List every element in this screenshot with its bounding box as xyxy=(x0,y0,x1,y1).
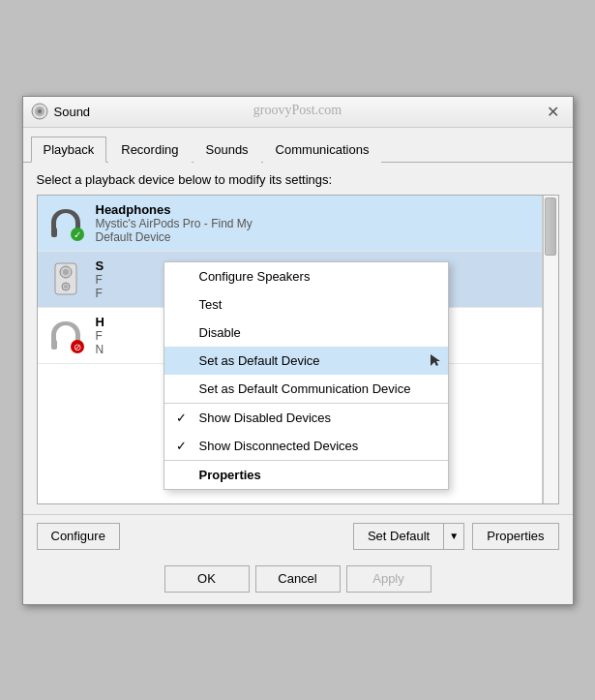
menu-test[interactable]: Test xyxy=(164,290,448,319)
sound-icon xyxy=(31,103,48,120)
bottom-buttons: Configure Set Default ▼ Properties xyxy=(23,514,573,558)
headphones-icon: ✓ xyxy=(45,202,86,243)
status-badge-red: ⊘ xyxy=(71,340,84,353)
menu-show-disabled[interactable]: ✓ Show Disabled Devices xyxy=(164,403,448,432)
close-button[interactable]: ✕ xyxy=(542,100,565,123)
speakers-icon xyxy=(45,259,86,299)
content-area: Select a playback device below to modify… xyxy=(23,163,573,514)
set-default-button[interactable]: Set Default xyxy=(353,523,443,550)
menu-properties[interactable]: Properties xyxy=(164,460,448,489)
menu-set-default-comm[interactable]: Set as Default Communication Device xyxy=(164,375,448,403)
configure-button[interactable]: Configure xyxy=(37,523,120,550)
context-menu: Configure Speakers Test Disable Set as D… xyxy=(164,261,449,490)
cancel-button[interactable]: Cancel xyxy=(255,565,341,593)
svg-point-7 xyxy=(63,269,69,275)
headphones-info: Headphones Mystic's AirPods Pro - Find M… xyxy=(96,202,539,244)
ok-button[interactable]: OK xyxy=(164,565,250,593)
status-badge-green: ✓ xyxy=(71,228,84,241)
headphones2-icon: ⊘ xyxy=(45,315,86,355)
menu-set-default[interactable]: Set as Default Device xyxy=(164,347,448,375)
check-disconnected: ✓ xyxy=(176,439,187,453)
cursor-icon xyxy=(429,352,440,368)
svg-rect-3 xyxy=(51,228,57,237)
device-list: ✓ Headphones Mystic's AirPods Pro - Find… xyxy=(37,195,559,504)
set-default-arrow[interactable]: ▼ xyxy=(443,523,464,550)
menu-configure-speakers[interactable]: Configure Speakers xyxy=(164,262,448,290)
tab-sounds[interactable]: Sounds xyxy=(193,137,261,163)
device-item-headphones[interactable]: ✓ Headphones Mystic's AirPods Pro - Find… xyxy=(38,196,558,252)
svg-marker-12 xyxy=(431,354,440,366)
tab-recording[interactable]: Recording xyxy=(108,137,191,163)
headphones-detail1: Mystic's AirPods Pro - Find My xyxy=(96,217,539,230)
headphones-name: Headphones xyxy=(96,202,539,217)
tabs-container: Playback Recording Sounds Communications xyxy=(23,128,573,163)
svg-rect-10 xyxy=(51,340,57,350)
menu-disable[interactable]: Disable xyxy=(164,319,448,347)
check-disabled: ✓ xyxy=(176,411,187,425)
menu-show-disconnected[interactable]: ✓ Show Disconnected Devices xyxy=(164,432,448,460)
apply-button[interactable]: Apply xyxy=(346,565,431,593)
set-default-label: Set as Default Device xyxy=(199,353,320,368)
scrollbar-thumb[interactable] xyxy=(545,198,556,256)
dialog-title: Sound xyxy=(54,105,542,119)
sound-dialog: Sound groovyPost.com ✕ Playback Recordin… xyxy=(22,96,574,605)
title-bar: Sound groovyPost.com ✕ xyxy=(23,97,573,128)
headphones-detail2: Default Device xyxy=(96,230,539,244)
set-default-group: Set Default ▼ xyxy=(353,523,464,550)
properties-button[interactable]: Properties xyxy=(472,523,558,550)
scrollbar-track[interactable] xyxy=(543,196,558,503)
svg-point-2 xyxy=(38,109,42,113)
tab-playback[interactable]: Playback xyxy=(31,137,107,163)
svg-point-9 xyxy=(64,285,68,289)
tab-communications[interactable]: Communications xyxy=(263,137,382,163)
dialog-footer: OK Cancel Apply xyxy=(23,558,573,604)
instruction-text: Select a playback device below to modify… xyxy=(37,172,559,187)
